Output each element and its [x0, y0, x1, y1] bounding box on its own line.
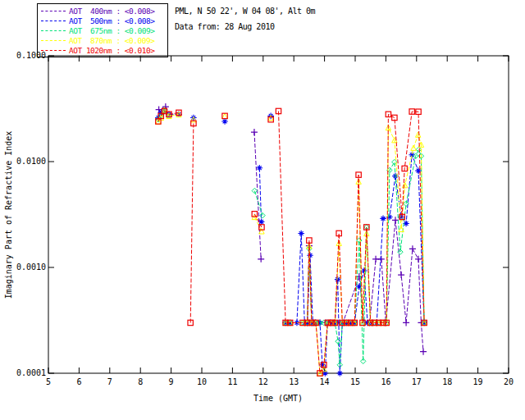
x-tick-label: 18 [442, 377, 452, 386]
series-aot-675nm [156, 108, 427, 368]
x-axis-label: Time (GMT) [253, 394, 303, 403]
x-tick-label: 7 [107, 377, 112, 386]
x-tick-label: 20 [504, 377, 514, 386]
y-tick-label: 0.0100 [16, 157, 46, 166]
y-tick-label: 0.0010 [16, 262, 46, 272]
x-tick-label: 17 [412, 377, 422, 386]
chart-svg: 5678910111213141516171819200.00010.00100… [0, 0, 525, 420]
series-layer [155, 103, 427, 377]
axes-layer: 5678910111213141516171819200.00010.00100… [16, 51, 514, 386]
x-tick-label: 12 [258, 377, 268, 386]
x-tick-label: 5 [46, 377, 51, 386]
series-aot-400nm [156, 103, 427, 355]
x-tick-label: 15 [350, 377, 360, 386]
x-tick-label: 19 [473, 377, 483, 386]
series-aot-500nm [155, 107, 427, 377]
x-tick-label: 10 [197, 377, 207, 386]
y-tick-label: 0.0001 [16, 368, 46, 377]
x-tick-label: 6 [76, 377, 81, 386]
refractive-index-plot-screen: AOT 400nm : <0.008>AOT 500nm : <0.008>AO… [0, 0, 525, 420]
x-tick-label: 11 [227, 377, 237, 386]
x-tick-label: 13 [289, 377, 299, 386]
x-tick-label: 9 [169, 377, 174, 386]
plot-frame [48, 56, 509, 373]
x-tick-label: 8 [138, 377, 143, 386]
x-tick-label: 14 [320, 377, 330, 386]
series-aot-1020nm [156, 108, 427, 376]
x-tick-label: 16 [381, 377, 390, 386]
y-axis-label: Imaginary Part of Refractive Index [4, 131, 13, 299]
series-aot-870nm [156, 107, 427, 376]
y-tick-label: 0.1000 [16, 51, 46, 60]
